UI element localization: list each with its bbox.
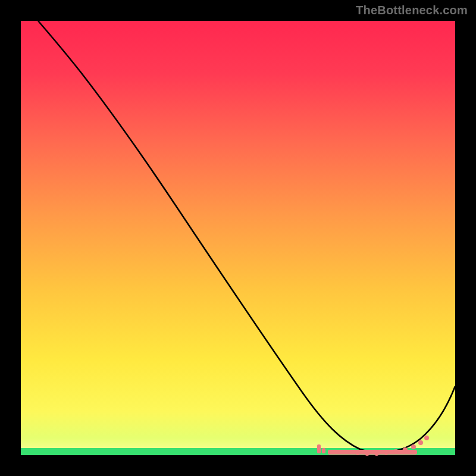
svg-point-11 bbox=[411, 444, 416, 449]
svg-point-4 bbox=[346, 450, 350, 455]
svg-point-10 bbox=[403, 447, 408, 452]
svg-point-7 bbox=[374, 451, 379, 456]
plot-area bbox=[21, 21, 455, 455]
bottleneck-curve bbox=[38, 21, 455, 453]
svg-point-9 bbox=[393, 449, 398, 454]
svg-rect-2 bbox=[322, 448, 325, 453]
svg-point-6 bbox=[365, 451, 369, 456]
svg-point-5 bbox=[355, 450, 360, 455]
svg-point-8 bbox=[384, 450, 389, 455]
optimal-band-markers bbox=[317, 436, 429, 456]
svg-point-12 bbox=[418, 440, 423, 445]
chart-frame: TheBottleneck.com bbox=[0, 0, 476, 476]
svg-point-13 bbox=[424, 436, 429, 440]
watermark-text: TheBottleneck.com bbox=[356, 4, 468, 17]
svg-rect-1 bbox=[317, 444, 321, 453]
curve-layer bbox=[21, 21, 455, 455]
